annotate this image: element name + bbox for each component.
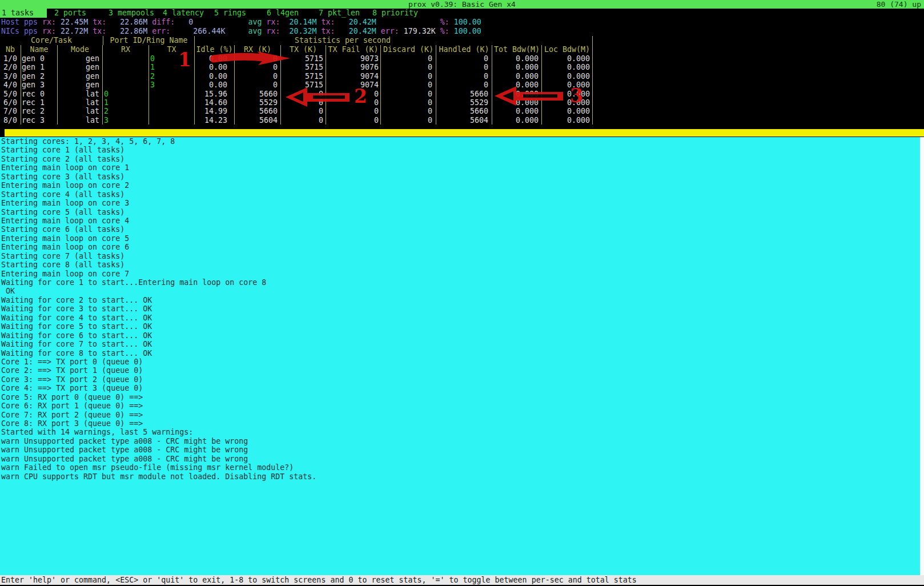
table-cell: 0 bbox=[326, 107, 381, 115]
stat-segment bbox=[449, 27, 454, 35]
log-line: Starting core 4 (all tasks) bbox=[0, 190, 924, 199]
table-cell bbox=[103, 63, 149, 71]
stat-segment: 22.86M bbox=[120, 18, 147, 26]
table-cell: 0 bbox=[281, 116, 326, 125]
table-cell: gen bbox=[58, 63, 103, 71]
stat-segment bbox=[280, 18, 290, 26]
table-cell: 9076 bbox=[326, 63, 381, 71]
tab-5-rings[interactable]: 5 rings bbox=[214, 9, 246, 18]
table-cell: 0 bbox=[103, 90, 149, 98]
stat-segment: 0 bbox=[175, 18, 193, 26]
table-cell: 3/0 bbox=[0, 72, 21, 81]
log-line: Entering main loop on core 1 bbox=[0, 163, 924, 172]
right-scroll-strip[interactable] bbox=[920, 137, 924, 575]
column-header: Handled (K) bbox=[436, 45, 492, 54]
table-cell: gen 0 bbox=[21, 54, 58, 63]
table-cell: 0 bbox=[381, 98, 436, 107]
tab-4-latency[interactable]: 4 latency bbox=[163, 9, 204, 18]
stat-segment bbox=[56, 27, 61, 35]
table-cell: 2 bbox=[103, 107, 149, 115]
tab-2-ports[interactable]: 2 ports bbox=[54, 9, 86, 18]
table-cell: 0.00 bbox=[195, 63, 235, 71]
tab-1-tasks[interactable]: 1 tasks bbox=[2, 9, 34, 18]
log-line: Core 8: RX port 3 (queue 0) ==> bbox=[0, 419, 924, 428]
tab-6-l4gen[interactable]: 6 l4gen bbox=[267, 9, 299, 18]
stat-segment: 179.32K bbox=[404, 27, 436, 35]
log-line: warn Unsupported packet type a008 - CRC … bbox=[0, 437, 924, 445]
log-line: Waiting for core 7 to start... OK bbox=[0, 340, 924, 348]
table-cell: rec 3 bbox=[21, 116, 58, 125]
log-line: Waiting for core 8 to start... OK bbox=[0, 349, 924, 358]
nics-pps-statline: NICs pps rx: 22.72M tx: 22.86M err: 266.… bbox=[1, 27, 481, 35]
stat-segment bbox=[38, 18, 42, 26]
table-cell: 0.00 bbox=[195, 72, 235, 81]
stat-segment: 20.42M bbox=[344, 18, 376, 26]
table-cell: 5715 bbox=[281, 63, 326, 71]
log-line: Starting core 5 (all tasks) bbox=[0, 208, 924, 216]
log-line: Waiting for core 5 to start... OK bbox=[0, 322, 924, 331]
table-cell: lat bbox=[58, 107, 103, 115]
table-cell: 0 bbox=[381, 72, 436, 81]
stat-segment: 20.14M bbox=[290, 18, 317, 26]
log-line: Core 2: ==> TX port 1 (queue 0) bbox=[0, 366, 924, 375]
stat-segment bbox=[56, 18, 61, 26]
stat-segment: err: bbox=[381, 27, 399, 35]
table-group-header: Port ID/Ring Name bbox=[103, 36, 195, 45]
table-row: 3/0gen 2gen20.00057159074000.0000.000 bbox=[0, 72, 594, 81]
tab-7-pkt_len[interactable]: 7 pkt_len bbox=[319, 9, 360, 18]
stat-segment bbox=[335, 27, 344, 35]
log-line: warn Unsupported packet type a008 - CRC … bbox=[0, 455, 924, 463]
table-cell: 5715 bbox=[281, 54, 326, 63]
stat-segment: %: bbox=[440, 18, 449, 26]
log-line: Entering main loop on core 2 bbox=[0, 181, 924, 190]
table-cell: 0.00 bbox=[195, 54, 235, 63]
title-bar: prox v0.39: Basic Gen x4 80 (74) up bbox=[0, 0, 924, 9]
tab-3-mempools[interactable]: 3 mempools bbox=[109, 9, 154, 18]
log-line: Core 5: RX port 0 (queue 0) ==> bbox=[0, 393, 924, 402]
table-cell: 1/0 bbox=[0, 54, 21, 63]
stat-segment bbox=[376, 18, 440, 26]
log-line: Core 7: RX port 2 (queue 0) ==> bbox=[0, 411, 924, 419]
stat-segment: rx: bbox=[266, 27, 280, 35]
stat-segment bbox=[317, 18, 322, 26]
stat-segment bbox=[88, 18, 93, 26]
log-line: Starting core 7 (all tasks) bbox=[0, 252, 924, 260]
stat-segment bbox=[436, 27, 440, 35]
table-cell: 5715 bbox=[281, 81, 326, 89]
tab-8-priority[interactable]: 8 priority bbox=[372, 9, 418, 18]
stat-segment bbox=[106, 18, 120, 26]
table-cell: 0.000 bbox=[542, 116, 593, 125]
table-cell: lat bbox=[58, 90, 103, 98]
table-cell: 0 bbox=[381, 63, 436, 71]
table-cell: 5604 bbox=[235, 116, 281, 125]
stat-segment: avg bbox=[248, 18, 262, 26]
table-cell: 9073 bbox=[326, 54, 381, 63]
table-cell: 0 bbox=[235, 54, 281, 63]
column-header: Idle (%) bbox=[195, 45, 235, 54]
table-cell: lat bbox=[58, 116, 103, 125]
log-line: Core 4: ==> TX port 3 (queue 0) bbox=[0, 384, 924, 392]
table-cell: 0 bbox=[326, 98, 381, 107]
table-cell: gen bbox=[58, 72, 103, 81]
table-cell bbox=[149, 98, 195, 107]
table-cell: 0.00 bbox=[195, 81, 235, 89]
log-line: warn Failed to open msr pseudo-file (mis… bbox=[0, 463, 924, 472]
stat-segment: tx: bbox=[93, 18, 106, 26]
column-header: Mode bbox=[58, 45, 103, 54]
stat-segment: tx: bbox=[93, 27, 106, 35]
table-cell: 0 bbox=[381, 81, 436, 89]
table-cell: 5660 bbox=[436, 90, 492, 98]
column-header: Loc Bdw(M) bbox=[542, 45, 593, 54]
log-line: Entering main loop on core 4 bbox=[0, 216, 924, 225]
table-cell: 5529 bbox=[235, 98, 281, 107]
stat-segment: NICs pps bbox=[1, 27, 38, 35]
stat-segment: avg bbox=[248, 27, 262, 35]
port-status-count: 80 (74) up bbox=[877, 0, 921, 9]
table-cell: 14.99 bbox=[195, 107, 235, 115]
table-cell: 0 bbox=[326, 116, 381, 125]
stat-segment bbox=[399, 27, 404, 35]
table-cell: 8/0 bbox=[0, 116, 21, 125]
log-line: OK bbox=[0, 287, 924, 295]
log-line: Core 6: RX port 1 (queue 0) ==> bbox=[0, 402, 924, 410]
stat-segment: 100.00 bbox=[454, 27, 481, 35]
